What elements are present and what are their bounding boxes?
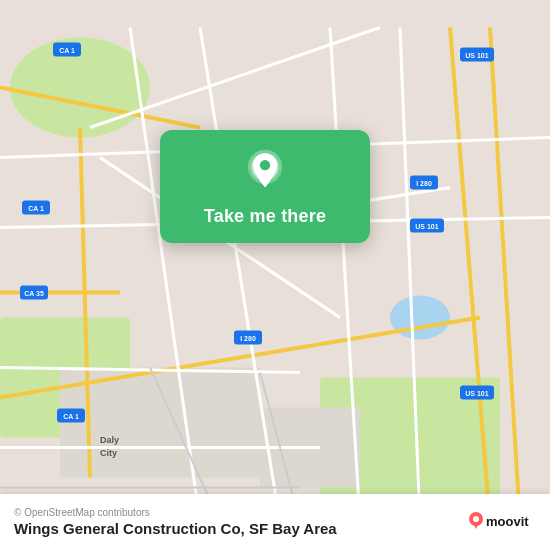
svg-text:US 101: US 101 (465, 52, 488, 59)
svg-point-51 (473, 516, 479, 522)
moovit-logo-svg: moovit (468, 507, 536, 537)
location-pin-icon (241, 148, 289, 196)
svg-text:US 101: US 101 (465, 390, 488, 397)
bottom-left-info: © OpenStreetMap contributors Wings Gener… (14, 507, 337, 537)
map-container: CA 1 CA 1 CA 35 CA 1 US 101 US 101 US 10… (0, 0, 550, 550)
svg-marker-52 (473, 523, 479, 529)
svg-text:I 280: I 280 (416, 180, 432, 187)
bottom-bar: © OpenStreetMap contributors Wings Gener… (0, 494, 550, 550)
svg-text:Daly: Daly (100, 435, 119, 445)
map-attribution: © OpenStreetMap contributors (14, 507, 337, 518)
svg-point-49 (260, 160, 270, 170)
take-me-there-button[interactable]: Take me there (204, 206, 326, 227)
moovit-logo: moovit (468, 507, 536, 537)
svg-text:CA 1: CA 1 (59, 47, 75, 54)
svg-text:City: City (100, 448, 117, 458)
svg-text:US 101: US 101 (415, 223, 438, 230)
location-card[interactable]: Take me there (160, 130, 370, 243)
svg-text:moovit: moovit (486, 514, 529, 529)
svg-text:CA 1: CA 1 (63, 413, 79, 420)
svg-text:CA 35: CA 35 (24, 290, 44, 297)
svg-text:I 280: I 280 (240, 335, 256, 342)
svg-text:CA 1: CA 1 (28, 205, 44, 212)
location-name: Wings General Construction Co, SF Bay Ar… (14, 520, 337, 537)
